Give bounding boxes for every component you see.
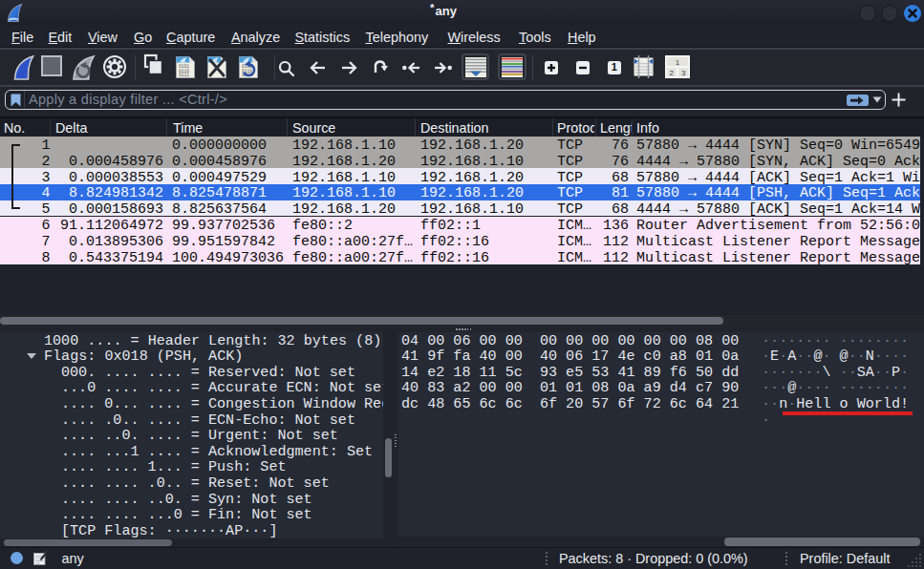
svg-text:1: 1 — [676, 57, 680, 66]
svg-text:2: 2 — [669, 69, 674, 77]
svg-text:3: 3 — [681, 69, 686, 77]
svg-text:0111: 0111 — [179, 73, 189, 77]
